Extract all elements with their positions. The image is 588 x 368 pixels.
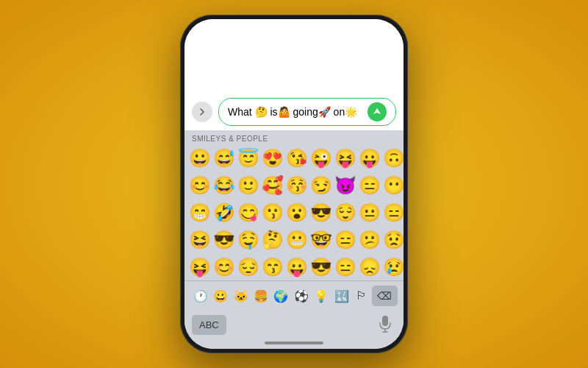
- recents-icon[interactable]: 🕐: [190, 286, 210, 306]
- emoji-cell[interactable]: 😝: [187, 255, 212, 279]
- symbols-icon[interactable]: 🔣: [331, 286, 351, 306]
- emoji-cell[interactable]: 😎: [212, 227, 236, 252]
- emoji-cell[interactable]: 😁: [187, 200, 212, 224]
- emoji-cell[interactable]: 😑: [381, 200, 404, 224]
- emoji-cell[interactable]: 😑: [357, 173, 381, 197]
- svg-rect-1: [382, 316, 388, 326]
- objects-icon[interactable]: 💡: [312, 286, 331, 306]
- message-bar: What 🤔 is🤷 going🚀 on🌟: [184, 93, 404, 130]
- keyboard-bottom: ABC: [184, 311, 404, 342]
- emoji-cell[interactable]: 🤣: [212, 200, 236, 224]
- emoji-cell[interactable]: 😶: [381, 173, 404, 197]
- emoji-cell[interactable]: 😜: [309, 146, 333, 170]
- emoji-cell[interactable]: 😈: [333, 173, 357, 197]
- home-indicator: [265, 342, 323, 344]
- emoji-cell[interactable]: 🙂: [236, 173, 260, 197]
- emoji-cell[interactable]: 😂: [212, 173, 236, 197]
- emoji-cell[interactable]: 😆: [187, 227, 212, 252]
- emoji-cell[interactable]: 😋: [236, 200, 260, 224]
- emoji-keyboard: SMILEYS & PEOPLE 😀 😅 😇 😍 😘 😜 😝 😛 🙃 😊 😂 🙂…: [184, 130, 404, 280]
- home-bar: [184, 342, 404, 349]
- emoji-cell[interactable]: 🙃: [381, 146, 404, 170]
- emoji-category-label: SMILEYS & PEOPLE: [184, 130, 404, 144]
- message-text: What 🤔 is🤷 going🚀 on🌟: [228, 106, 368, 118]
- delete-key[interactable]: ⌫: [372, 286, 398, 306]
- emoji-cell[interactable]: 🥰: [260, 173, 284, 197]
- emoji-cell[interactable]: 😌: [333, 200, 357, 224]
- emoji-cell[interactable]: 😕: [357, 227, 381, 252]
- emoji-cell[interactable]: 😬: [284, 227, 309, 252]
- emoji-cell[interactable]: 😊: [187, 173, 212, 197]
- emoji-cell[interactable]: 😛: [284, 255, 309, 279]
- animals-icon[interactable]: 🐱: [231, 286, 251, 306]
- emoji-cell[interactable]: 😝: [333, 146, 357, 170]
- emoji-cell[interactable]: 🤤: [236, 227, 260, 252]
- emoji-cell[interactable]: 😮: [284, 200, 309, 224]
- emoji-cell[interactable]: 😛: [357, 146, 381, 170]
- emoji-cell[interactable]: 😟: [381, 227, 404, 252]
- emoji-cell[interactable]: 😘: [284, 146, 309, 170]
- emoji-icon[interactable]: 😀: [210, 286, 230, 306]
- phone-frame: What 🤔 is🤷 going🚀 on🌟 SMILEYS & PEOPLE 😀…: [180, 15, 408, 353]
- emoji-grid-row-5: 😝 😊 😔 😙 😛 😎 😑 😞 😢: [184, 253, 404, 280]
- emoji-cell[interactable]: 😅: [212, 146, 236, 170]
- expand-button[interactable]: [192, 102, 212, 122]
- emoji-cell[interactable]: 😑: [333, 255, 357, 279]
- svg-marker-0: [373, 108, 381, 114]
- emoji-grid-row-1: 😀 😅 😇 😍 😘 😜 😝 😛 🙃: [184, 144, 404, 171]
- emoji-grid-row-4: 😆 😎 🤤 🤔 😬 🤓 😑 😕 😟: [184, 226, 404, 253]
- emoji-cell[interactable]: 😔: [236, 255, 260, 279]
- emoji-cell[interactable]: 🤓: [309, 227, 333, 252]
- emoji-grid-row-3: 😁 🤣 😋 😗 😮 😎 😌 😐 😑: [184, 199, 404, 226]
- phone-top-area: [184, 19, 404, 93]
- emoji-cell[interactable]: 😢: [381, 255, 404, 279]
- flags-icon[interactable]: 🏳: [351, 286, 371, 306]
- message-input-wrapper[interactable]: What 🤔 is🤷 going🚀 on🌟: [218, 98, 396, 126]
- phone-screen: What 🤔 is🤷 going🚀 on🌟 SMILEYS & PEOPLE 😀…: [184, 19, 404, 349]
- send-button[interactable]: [368, 102, 387, 121]
- emoji-cell[interactable]: 😐: [357, 200, 381, 224]
- food-icon[interactable]: 🍔: [251, 286, 270, 306]
- emoji-cell[interactable]: 😞: [357, 255, 381, 279]
- activities-icon[interactable]: ⚽: [291, 286, 311, 306]
- emoji-cell[interactable]: 😎: [309, 200, 333, 224]
- abc-button[interactable]: ABC: [192, 315, 226, 335]
- emoji-cell[interactable]: 😑: [333, 227, 357, 252]
- keyboard-toolbar: 🕐 😀 🐱 🍔 🌍 ⚽ 💡 🔣 🏳 ⌫: [184, 280, 404, 311]
- emoji-cell[interactable]: 😙: [260, 255, 284, 279]
- emoji-cell[interactable]: 😏: [309, 173, 333, 197]
- emoji-cell[interactable]: 😚: [284, 173, 309, 197]
- emoji-cell[interactable]: 😀: [187, 146, 212, 170]
- emoji-cell[interactable]: 🤔: [260, 227, 284, 252]
- travel-icon[interactable]: 🌍: [271, 286, 291, 306]
- emoji-cell[interactable]: 😇: [236, 146, 260, 170]
- emoji-cell[interactable]: 😎: [309, 255, 333, 279]
- emoji-cell[interactable]: 😊: [212, 255, 236, 279]
- emoji-cell[interactable]: 😍: [260, 146, 284, 170]
- emoji-grid-row-2: 😊 😂 🙂 🥰 😚 😏 😈 😑 😶: [184, 171, 404, 199]
- emoji-cell[interactable]: 😗: [260, 200, 284, 224]
- mic-button[interactable]: [374, 314, 396, 336]
